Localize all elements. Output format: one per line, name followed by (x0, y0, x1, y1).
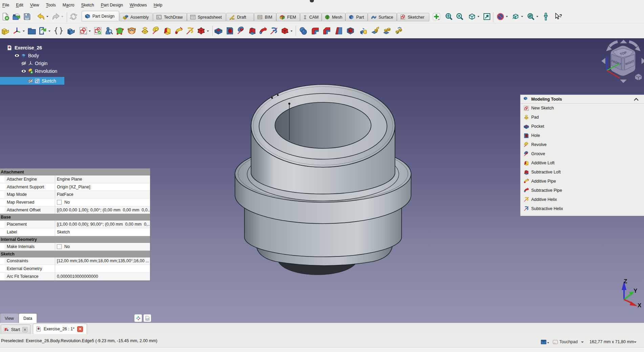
svg-text:Y: Y (634, 288, 638, 294)
svg-text:?: ? (559, 13, 562, 18)
svg-text:Z: Z (624, 278, 627, 285)
svg-text:X: X (638, 302, 642, 309)
